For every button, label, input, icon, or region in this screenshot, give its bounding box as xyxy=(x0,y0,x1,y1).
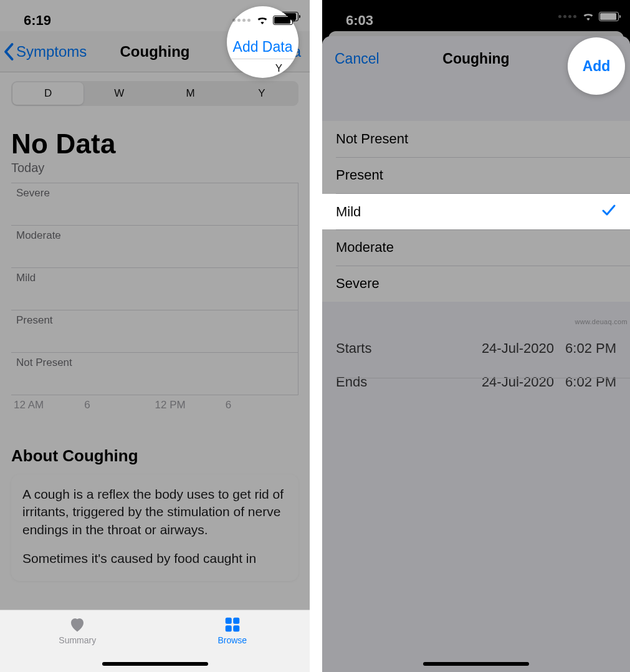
chart-row-moderate: Moderate xyxy=(11,226,298,268)
option-label: Moderate xyxy=(336,239,394,256)
about-paragraph-2: Sometimes it's caused by food caught in xyxy=(22,550,287,567)
status-time: 6:19 xyxy=(24,12,51,29)
chart-row-mild: Mild xyxy=(11,268,298,310)
home-indicator[interactable] xyxy=(423,662,529,666)
cancel-button[interactable]: Cancel xyxy=(335,50,379,67)
severity-chart: Severe Moderate Mild Present Not Present xyxy=(11,183,298,395)
ends-date: 24-Jul-2020 xyxy=(482,374,554,390)
option-moderate[interactable]: Moderate xyxy=(322,229,630,266)
highlight-circle-add: Add xyxy=(568,37,625,95)
option-mild-highlighted[interactable]: Mild xyxy=(322,194,630,229)
segment-day[interactable]: D xyxy=(12,82,84,105)
starts-label: Starts xyxy=(336,340,371,357)
svg-rect-1 xyxy=(233,618,239,624)
wifi-icon xyxy=(581,11,595,21)
status-bar: 6:03 xyxy=(322,0,630,31)
circle-statusbar-slice xyxy=(227,15,298,25)
status-time: 6:03 xyxy=(346,12,373,29)
wifi-icon xyxy=(255,15,269,25)
chevron-left-icon xyxy=(4,42,15,61)
starts-row[interactable]: Starts 24-Jul-2020 6:02 PM xyxy=(322,332,630,365)
tab-summary-label: Summary xyxy=(59,635,96,645)
main-content: No Data Today Severe Moderate Mild Prese… xyxy=(0,128,310,581)
time-range-section: Starts 24-Jul-2020 6:02 PM Ends 24-Jul-2… xyxy=(322,332,630,399)
option-label: Mild xyxy=(336,204,361,220)
add-button-highlighted[interactable]: Add xyxy=(583,58,611,75)
ends-row[interactable]: Ends 24-Jul-2020 6:02 PM xyxy=(322,365,630,399)
phone-right-screenshot: 6:03 Cancel Coughing Not Present Present… xyxy=(322,0,630,672)
svg-rect-3 xyxy=(233,625,239,631)
tab-browse-label: Browse xyxy=(217,635,247,645)
segment-month[interactable]: M xyxy=(155,82,226,105)
option-label: Severe xyxy=(336,276,379,292)
axis-6pm: 6 xyxy=(226,399,296,411)
grid-icon xyxy=(222,615,243,634)
checkmark-icon xyxy=(601,204,616,220)
axis-12pm: 12 PM xyxy=(155,399,226,411)
option-present[interactable]: Present xyxy=(322,157,630,193)
about-title: About Coughing xyxy=(11,446,298,466)
starts-date: 24-Jul-2020 xyxy=(482,340,554,357)
option-label: Present xyxy=(336,167,383,183)
highlight-circle-add-data: Add Data Y xyxy=(227,6,298,78)
time-range-segmented: D W M Y xyxy=(0,72,310,112)
nav-title: Coughing xyxy=(120,43,190,60)
ends-time: 6:02 PM xyxy=(565,374,616,390)
axis-12am: 12 AM xyxy=(14,399,84,411)
svg-rect-2 xyxy=(226,625,232,631)
option-label: Not Present xyxy=(336,131,408,147)
tab-bar: Summary Browse xyxy=(0,610,310,672)
sheet-title: Coughing xyxy=(442,50,509,67)
add-data-sheet: Cancel Coughing Not Present Present Mild… xyxy=(322,36,630,672)
option-severe[interactable]: Severe xyxy=(322,266,630,302)
today-label: Today xyxy=(11,161,298,175)
add-data-button-highlighted[interactable]: Add Data xyxy=(233,39,293,55)
starts-time: 6:02 PM xyxy=(565,340,616,357)
back-button[interactable]: Symptoms xyxy=(4,42,87,61)
segment-week[interactable]: W xyxy=(84,82,155,105)
option-not-present[interactable]: Not Present xyxy=(322,121,630,157)
chart-row-not-present: Not Present xyxy=(11,353,298,395)
back-label: Symptoms xyxy=(16,43,87,60)
ends-label: Ends xyxy=(336,374,367,390)
segment-year-slice: Y xyxy=(275,62,282,75)
about-card: A cough is a reflex the body uses to get… xyxy=(11,474,298,581)
chart-row-severe: Severe xyxy=(11,183,298,226)
chart-row-present: Present xyxy=(11,310,298,353)
chart-x-axis: 12 AM 6 12 PM 6 xyxy=(11,395,298,411)
axis-6am: 6 xyxy=(84,399,155,411)
phone-left-screenshot: 6:19 Symptoms Coughing Add Data D W M Y … xyxy=(0,0,310,672)
heart-icon xyxy=(67,615,88,634)
home-indicator[interactable] xyxy=(102,662,208,666)
status-right xyxy=(558,11,619,21)
about-paragraph-1: A cough is a reflex the body uses to get… xyxy=(22,486,287,539)
segment-year[interactable]: Y xyxy=(226,82,297,105)
no-data-title: No Data xyxy=(11,128,298,160)
watermark-text: www.deuaq.com xyxy=(575,318,628,325)
svg-rect-0 xyxy=(226,618,232,624)
